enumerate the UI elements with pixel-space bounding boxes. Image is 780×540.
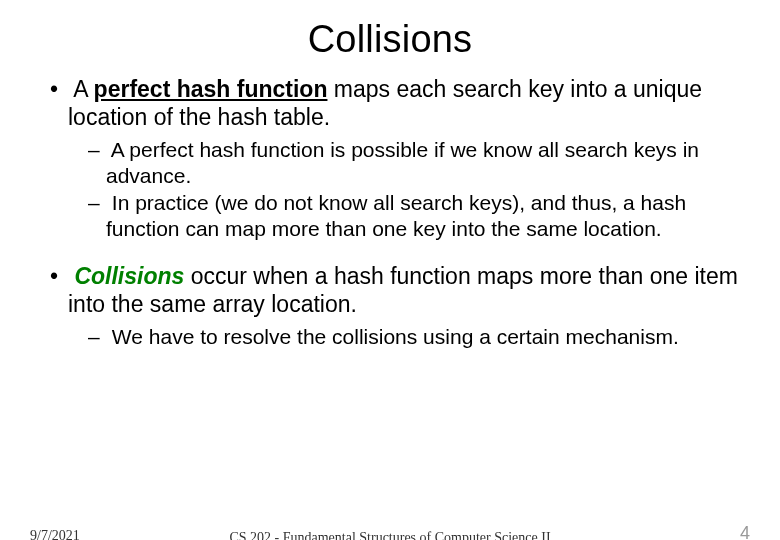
text: In practice (we do not know all search k… — [106, 191, 686, 240]
bullet-1-sub-1: A perfect hash function is possible if w… — [40, 137, 748, 188]
text: A perfect hash function is possible if w… — [106, 138, 699, 187]
footer-page-number: 4 — [740, 523, 750, 540]
footer-course: CS 202 - Fundamental Structures of Compu… — [0, 530, 780, 540]
bullet-2-sub-1: We have to resolve the collisions using … — [40, 324, 748, 350]
text: A — [73, 76, 93, 102]
spacer — [40, 244, 748, 262]
bullet-2: Collisions occur when a hash function ma… — [40, 262, 748, 318]
slide: Collisions A perfect hash function maps … — [0, 18, 780, 540]
bullet-1-sub-2: In practice (we do not know all search k… — [40, 190, 748, 241]
slide-title: Collisions — [0, 18, 780, 61]
text: We have to resolve the collisions using … — [112, 325, 679, 348]
term-collisions: Collisions — [74, 263, 184, 289]
bullet-1: A perfect hash function maps each search… — [40, 75, 748, 131]
slide-body: A perfect hash function maps each search… — [0, 75, 780, 349]
term-perfect-hash-function: perfect hash function — [94, 76, 328, 102]
